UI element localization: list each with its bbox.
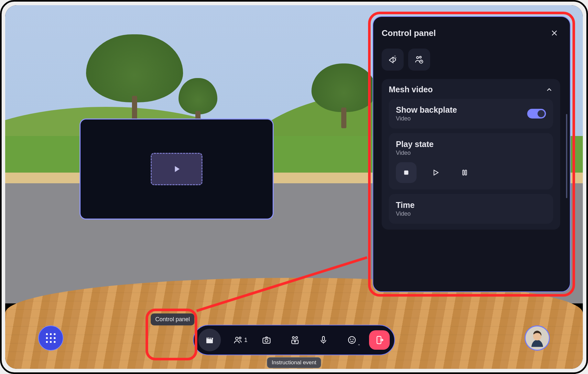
people-icon [233,335,243,345]
apps-menu-button[interactable] [38,325,63,351]
people-count: 1 [244,337,247,344]
section-title: Mesh video [389,85,433,94]
row-label: Play state [396,140,546,149]
svg-rect-18 [463,170,464,175]
svg-rect-19 [465,170,466,175]
people-button[interactable]: 1 [227,329,249,351]
svg-rect-9 [322,336,324,341]
control-panel-button[interactable] [198,329,221,351]
svg-point-6 [292,336,294,338]
panel-title: Control panel [382,28,436,38]
svg-point-2 [235,337,238,340]
play-icon [171,164,182,174]
play-icon [431,168,440,177]
camera-icon [262,335,271,345]
stop-icon [402,168,410,177]
svg-point-3 [239,337,241,339]
mute-all-button[interactable] [408,49,430,71]
row-sublabel: Video [396,150,546,156]
apps-grid-icon [46,333,56,343]
play-button[interactable] [425,162,446,183]
smile-icon [347,335,357,345]
mesh-video-section-header[interactable]: Mesh video [389,85,553,94]
pause-button[interactable] [454,162,475,183]
megaphone-button[interactable] [382,49,404,71]
tree [86,34,183,125]
stop-button[interactable] [396,162,417,183]
chevron-up-icon: ⌃ [357,344,361,348]
svg-point-11 [351,339,351,340]
svg-rect-17 [404,171,408,175]
mesh-video-panel[interactable] [80,119,274,220]
row-sublabel: Video [396,115,457,122]
leave-button[interactable] [369,330,390,350]
avatar-button[interactable] [525,325,550,351]
microphone-icon [319,335,328,345]
dock-event-label: Instructional event [267,357,321,368]
svg-point-5 [265,339,268,342]
camera-button[interactable] [255,329,278,351]
row-label: Time [396,200,546,210]
tree [311,63,376,128]
svg-point-14 [417,57,419,59]
control-panel-tooltip: Control panel [151,313,194,325]
reactions-button[interactable]: ⌃ [341,329,363,351]
time-row: Time Video [389,194,553,224]
video-placeholder [151,153,202,185]
show-backplate-row: Show backplate Video [389,99,553,129]
svg-point-7 [296,336,298,338]
svg-point-12 [353,339,354,340]
svg-rect-4 [263,338,270,343]
close-icon [550,29,558,37]
svg-point-15 [419,56,421,58]
pause-icon [460,168,469,177]
leave-icon [375,335,384,345]
row-sublabel: Video [396,210,546,217]
row-label: Show backplate [396,105,457,115]
avatar-icon [526,326,549,350]
people-mute-icon [414,55,424,64]
svg-point-10 [348,336,355,343]
control-panel: Control panel [373,16,571,292]
panel-close-button[interactable] [548,27,561,40]
microphone-button[interactable] [312,329,335,351]
clapperboard-icon [205,335,214,345]
screenshare-icon [290,335,300,345]
panel-highlight: Control panel [368,12,575,297]
megaphone-icon [388,55,397,64]
play-state-row: Play state Video [389,133,553,189]
bottom-dock: 1 ⌃ [193,325,395,355]
screenshare-button[interactable] [284,329,306,351]
panel-scrollbar[interactable] [566,114,567,198]
show-backplate-toggle[interactable] [527,109,546,119]
chevron-up-icon [545,86,553,94]
